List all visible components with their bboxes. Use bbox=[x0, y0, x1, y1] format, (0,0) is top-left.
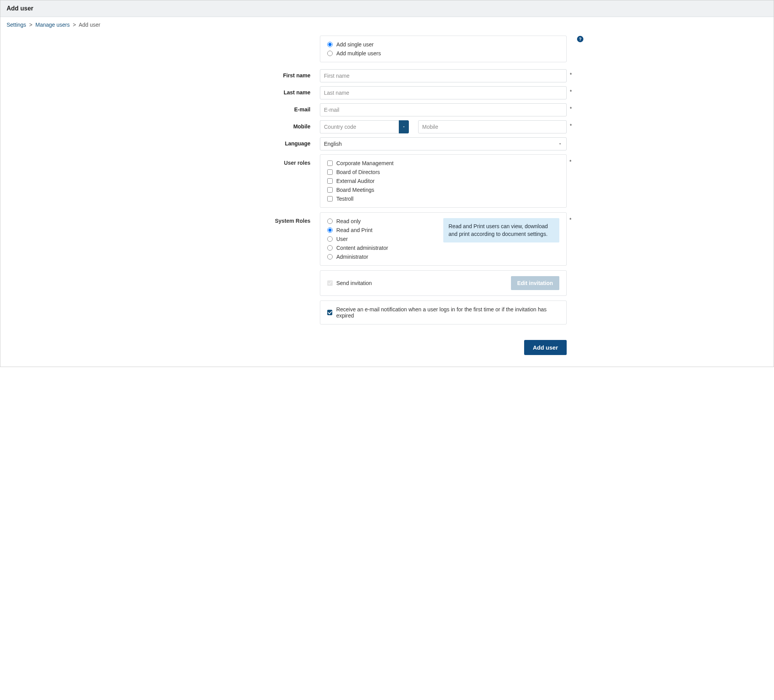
notify-row[interactable]: Receive an e-mail notification when a us… bbox=[327, 306, 559, 319]
language-select[interactable]: English bbox=[320, 137, 567, 150]
mode-multiple-label: Add multiple users bbox=[337, 50, 381, 56]
mode-single-row[interactable]: Add single user bbox=[327, 41, 559, 48]
system-role-item[interactable]: Administrator bbox=[327, 254, 412, 260]
system-role-item[interactable]: User bbox=[327, 236, 412, 242]
system-role-label: Content administrator bbox=[337, 245, 388, 251]
system-role-item[interactable]: Read only bbox=[327, 218, 412, 224]
country-code-input[interactable] bbox=[320, 120, 399, 133]
breadcrumb-settings[interactable]: Settings bbox=[7, 22, 26, 28]
user-role-checkbox[interactable] bbox=[327, 196, 333, 201]
email-input[interactable] bbox=[320, 103, 567, 116]
user-role-item[interactable]: Board of Directors bbox=[327, 169, 559, 175]
required-marker: * bbox=[570, 106, 572, 112]
mode-single-radio[interactable] bbox=[327, 42, 333, 47]
chevron-right-icon: > bbox=[29, 22, 32, 28]
mode-multiple-radio[interactable] bbox=[327, 51, 333, 56]
required-marker: * bbox=[570, 72, 572, 78]
user-role-item[interactable]: External Auditor bbox=[327, 178, 559, 184]
user-role-item[interactable]: Board Meetings bbox=[327, 187, 559, 193]
mode-single-label: Add single user bbox=[337, 41, 374, 48]
add-user-button[interactable]: Add user bbox=[524, 340, 566, 355]
user-role-label: Testroll bbox=[337, 196, 354, 202]
email-label: E-mail bbox=[208, 103, 320, 113]
breadcrumb: Settings > Manage users > Add user bbox=[0, 17, 774, 36]
user-role-label: Board Meetings bbox=[337, 187, 374, 193]
last-name-input[interactable] bbox=[320, 86, 567, 99]
system-role-label: User bbox=[337, 236, 348, 242]
system-role-radio[interactable] bbox=[327, 245, 333, 251]
breadcrumb-current: Add user bbox=[79, 22, 100, 28]
user-roles-label: User roles bbox=[208, 154, 320, 208]
notify-label: Receive an e-mail notification when a us… bbox=[336, 306, 559, 319]
mobile-input[interactable] bbox=[418, 120, 567, 133]
user-role-label: Board of Directors bbox=[337, 169, 380, 175]
caret-down-icon bbox=[402, 125, 406, 129]
user-role-checkbox[interactable] bbox=[327, 187, 333, 193]
user-role-checkbox[interactable] bbox=[327, 160, 333, 166]
last-name-label: Last name bbox=[208, 86, 320, 96]
required-marker: * bbox=[570, 123, 572, 129]
system-roles-label: System Roles bbox=[208, 212, 320, 266]
mode-multiple-row[interactable]: Add multiple users bbox=[327, 50, 559, 56]
send-invitation-checkbox bbox=[327, 280, 333, 286]
system-role-label: Administrator bbox=[337, 254, 368, 260]
system-role-radio[interactable] bbox=[327, 236, 333, 242]
system-role-radio[interactable] bbox=[327, 254, 333, 260]
first-name-input[interactable] bbox=[320, 69, 567, 82]
system-roles-list: Read only Read and Print User Content ad… bbox=[327, 218, 412, 260]
send-invitation-label: Send invitation bbox=[337, 280, 372, 286]
system-role-item[interactable]: Read and Print bbox=[327, 227, 412, 233]
system-role-radio[interactable] bbox=[327, 227, 333, 233]
svg-text:?: ? bbox=[579, 37, 581, 41]
user-role-label: Corporate Management bbox=[337, 160, 394, 166]
required-marker: * bbox=[570, 89, 572, 95]
language-label: Language bbox=[208, 137, 320, 147]
notify-checkbox[interactable] bbox=[327, 310, 333, 315]
page-header: Add user bbox=[0, 0, 774, 17]
user-role-item[interactable]: Testroll bbox=[327, 196, 559, 202]
country-code-dropdown-button[interactable] bbox=[399, 120, 409, 133]
required-marker: * bbox=[569, 159, 571, 165]
breadcrumb-manage-users[interactable]: Manage users bbox=[36, 22, 70, 28]
required-marker: * bbox=[569, 217, 571, 223]
system-role-label: Read and Print bbox=[337, 227, 372, 233]
mobile-label: Mobile bbox=[208, 120, 320, 130]
system-role-label: Read only bbox=[337, 218, 361, 224]
system-role-hint: Read and Print users can view, download … bbox=[443, 218, 559, 242]
page-title: Add user bbox=[7, 5, 33, 12]
edit-invitation-button: Edit invitation bbox=[511, 276, 559, 290]
mode-panel: Add single user Add multiple users bbox=[320, 36, 567, 62]
user-role-checkbox[interactable] bbox=[327, 169, 333, 175]
first-name-label: First name bbox=[208, 69, 320, 79]
user-role-checkbox[interactable] bbox=[327, 178, 333, 184]
system-role-radio[interactable] bbox=[327, 219, 333, 224]
user-role-label: External Auditor bbox=[337, 178, 375, 184]
system-role-item[interactable]: Content administrator bbox=[327, 245, 412, 251]
user-roles-list: Corporate Management Board of Directors … bbox=[327, 160, 559, 202]
help-icon[interactable]: ? bbox=[577, 36, 584, 43]
chevron-right-icon: > bbox=[73, 22, 76, 28]
user-role-item[interactable]: Corporate Management bbox=[327, 160, 559, 166]
